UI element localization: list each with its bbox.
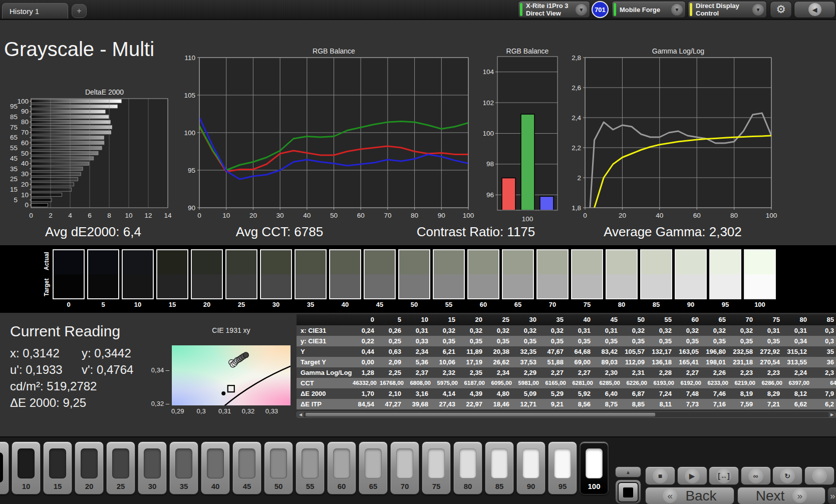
svg-text:50: 50 bbox=[330, 212, 338, 219]
swatch-level-label: 85 bbox=[639, 301, 673, 308]
target-color bbox=[157, 274, 187, 298]
table-cell: 6,62 bbox=[785, 399, 812, 409]
grayscale-swatch-55 bbox=[433, 249, 465, 299]
svg-text:DeltaE 2000: DeltaE 2000 bbox=[85, 88, 124, 96]
table-cell: 0,35 bbox=[704, 336, 731, 346]
target-color bbox=[54, 274, 84, 298]
table-column-header: 40 bbox=[569, 314, 596, 325]
table-cell: 6226,00 bbox=[623, 378, 650, 388]
svg-text:12: 12 bbox=[144, 212, 152, 219]
svg-text:2: 2 bbox=[577, 174, 581, 182]
patch-button-50[interactable]: 50 bbox=[264, 441, 293, 494]
table-cell: 0,35 bbox=[434, 336, 461, 346]
patch-button-25[interactable]: 25 bbox=[106, 441, 135, 494]
next-button[interactable]: Next » bbox=[737, 487, 825, 504]
table-cell: 2,23 bbox=[731, 367, 758, 378]
add-tab-button[interactable]: + bbox=[72, 4, 87, 18]
table-cell: 0,31 bbox=[596, 325, 623, 336]
table-cell: 26,62 bbox=[488, 357, 515, 367]
stop-button[interactable]: ■ bbox=[645, 466, 675, 485]
svg-text:110: 110 bbox=[184, 54, 195, 62]
svg-text:25: 25 bbox=[10, 175, 18, 183]
table-cell: 7,73 bbox=[677, 399, 704, 409]
chevron-up-icon: ▲ bbox=[626, 469, 631, 475]
table-cell: 8,75 bbox=[596, 399, 623, 409]
cie-y-tick: 0,32 – bbox=[150, 400, 169, 407]
table-scrollbar[interactable]: ◀ ▶ bbox=[297, 411, 836, 418]
grayscale-swatch-80 bbox=[606, 249, 638, 299]
meter-dropdown[interactable]: X-Rite i1Pro 3 Direct View ▼ bbox=[518, 1, 590, 18]
step-button[interactable]: [↔] bbox=[709, 466, 739, 485]
patch-button-75[interactable]: 75 bbox=[422, 441, 451, 494]
avg-de2000-stat: Avg dE2000: 6,4 bbox=[45, 224, 141, 240]
table-scrollbar-thumb[interactable] bbox=[305, 412, 656, 417]
back-button[interactable]: « Back bbox=[645, 487, 734, 504]
patch-button-85[interactable]: 85 bbox=[485, 441, 514, 494]
patch-button-55[interactable]: 55 bbox=[296, 441, 325, 494]
svg-text:60: 60 bbox=[357, 212, 365, 219]
target-color bbox=[88, 274, 118, 298]
chevron-left-icon: ◀ bbox=[808, 3, 821, 16]
svg-text:90: 90 bbox=[188, 204, 195, 212]
actual-color bbox=[503, 250, 533, 274]
patch-button-95[interactable]: 95 bbox=[548, 441, 577, 494]
target-color bbox=[399, 274, 429, 298]
patch-button-100[interactable]: 100 bbox=[580, 441, 609, 494]
source-dropdown[interactable]: Mobile Forge ▼ bbox=[612, 1, 686, 18]
actual-color bbox=[676, 250, 706, 274]
corner-next-button[interactable]: » bbox=[827, 487, 836, 504]
patch-button-15[interactable]: 15 bbox=[43, 441, 72, 494]
scroll-up-button[interactable]: ▲ bbox=[615, 466, 641, 477]
display-mode-button[interactable] bbox=[615, 479, 641, 504]
patch-swatch bbox=[144, 448, 161, 478]
play-button[interactable]: ▶ bbox=[677, 466, 707, 485]
settings-button[interactable]: ⚙ bbox=[770, 1, 792, 18]
cie-y-tick: 0,34 – bbox=[150, 366, 169, 374]
table-cell: 8,19 bbox=[731, 388, 758, 399]
table-cell: 20,38 bbox=[488, 346, 515, 357]
svg-text:102: 102 bbox=[483, 99, 494, 107]
grayscale-swatch-75 bbox=[571, 249, 603, 299]
patch-button-65[interactable]: 65 bbox=[359, 441, 388, 494]
table-column-header: 25 bbox=[488, 314, 515, 325]
collapse-panel-button[interactable]: ◀ bbox=[794, 1, 835, 18]
patch-swatch bbox=[238, 448, 255, 478]
table-cell: 2,24 bbox=[785, 367, 812, 378]
table-cell: 89,03 bbox=[596, 357, 623, 367]
table-column-header: 60 bbox=[677, 314, 704, 325]
chevron-down-icon: ▼ bbox=[752, 4, 764, 16]
patch-swatch bbox=[207, 448, 224, 478]
patch-button-80[interactable]: 80 bbox=[453, 441, 482, 494]
scroll-left-icon[interactable]: ◀ bbox=[297, 412, 304, 417]
patch-swatch bbox=[554, 448, 571, 478]
patch-button-30[interactable]: 30 bbox=[138, 441, 167, 494]
record-button[interactable] bbox=[804, 466, 834, 485]
refresh-button[interactable]: ↻ bbox=[772, 466, 802, 485]
table-cell: 4,39 bbox=[461, 388, 488, 399]
patch-label: 40 bbox=[204, 482, 226, 490]
patch-button-20[interactable]: 20 bbox=[75, 441, 104, 494]
loop-button[interactable]: ∞ bbox=[741, 466, 771, 485]
patch-button-35[interactable]: 35 bbox=[169, 441, 198, 494]
svg-text:8: 8 bbox=[107, 212, 111, 219]
svg-text:100: 100 bbox=[184, 129, 195, 137]
table-cell: 6286,00 bbox=[758, 378, 785, 388]
tab-history-1[interactable]: History 1 bbox=[2, 3, 68, 19]
patch-button-70[interactable]: 70 bbox=[390, 441, 419, 494]
table-cell: 0,31 bbox=[785, 325, 812, 336]
table-corner bbox=[297, 314, 353, 325]
patch-button-60[interactable]: 60 bbox=[327, 441, 356, 494]
table-cell: 8,11 bbox=[650, 399, 677, 409]
actual-color bbox=[54, 250, 84, 274]
patch-button-10[interactable]: 10 bbox=[12, 441, 41, 494]
scroll-right-icon[interactable]: ▶ bbox=[828, 412, 835, 417]
patch-button-45[interactable]: 45 bbox=[232, 441, 261, 494]
table-cell: 6,2 bbox=[812, 399, 836, 409]
actual-color bbox=[226, 250, 256, 274]
table-cell: 270,54 bbox=[758, 357, 785, 367]
display-control-dropdown[interactable]: Direct Display Control ▼ bbox=[688, 1, 767, 18]
patch-button-40[interactable]: 40 bbox=[201, 441, 230, 494]
svg-text:30: 30 bbox=[21, 170, 29, 178]
patch-button-edge[interactable] bbox=[0, 441, 9, 494]
patch-button-90[interactable]: 90 bbox=[516, 441, 545, 494]
